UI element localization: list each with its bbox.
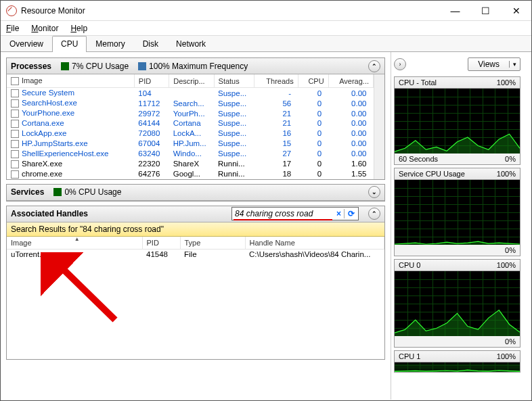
- close-button[interactable]: ✕: [501, 1, 531, 21]
- handle-name: C:\Users\shash\Videos\84 Charin...: [245, 249, 384, 259]
- tab-disk[interactable]: Disk: [134, 36, 167, 51]
- col-pid[interactable]: PID: [134, 74, 169, 88]
- titlebar: Resource Monitor — ☐ ✕: [1, 1, 531, 21]
- graph-cpu0: CPU 0100% 0%: [394, 259, 520, 348]
- hcol-name[interactable]: Handle Name: [245, 237, 384, 250]
- tab-network[interactable]: Network: [167, 36, 215, 51]
- handle-pid: 41548: [142, 249, 180, 259]
- services-header[interactable]: Services 0% CPU Usage ⌄: [7, 185, 384, 201]
- views-label: Views: [468, 60, 509, 69]
- col-threads[interactable]: Threads: [254, 74, 298, 88]
- services-panel: Services 0% CPU Usage ⌄: [6, 184, 385, 202]
- clear-search-icon[interactable]: ×: [334, 209, 344, 218]
- collapse-processes-button[interactable]: ⌃: [368, 60, 380, 72]
- table-row[interactable]: HP.JumpStarts.exe67004HP.Jum...Suspe...1…: [7, 139, 374, 149]
- processes-table: Image PID Descrip... Status Threads CPU …: [7, 74, 374, 179]
- services-cpu-stat: 0% CPU Usage: [53, 187, 121, 197]
- graph-service-cpu: Service CPU Usage100% 0%: [394, 168, 520, 256]
- menubar: File Monitor Help: [1, 21, 531, 36]
- tab-cpu[interactable]: CPU: [52, 36, 87, 52]
- expand-services-button[interactable]: ⌄: [368, 186, 380, 198]
- search-results-bar: Search Results for "84 charing cross roa…: [7, 222, 384, 237]
- table-row[interactable]: uTorrent.exe 41548 File C:\Users\shash\V…: [7, 249, 384, 259]
- views-button[interactable]: Views ▾: [468, 57, 520, 71]
- menu-file[interactable]: File: [5, 22, 20, 34]
- cpu-usage-stat: 7% CPU Usage: [61, 62, 129, 71]
- app-icon: [6, 5, 17, 16]
- table-row[interactable]: Secure System104Suspe...-00.00: [7, 88, 374, 98]
- collapse-right-button[interactable]: ›: [394, 58, 406, 70]
- table-row[interactable]: ShareX.exe22320ShareXRunni...1701.60: [7, 159, 374, 169]
- table-row[interactable]: ShellExperienceHost.exe63240Windo...Susp…: [7, 149, 374, 159]
- processes-scrollbar[interactable]: [374, 74, 384, 179]
- minimize-button[interactable]: —: [440, 1, 470, 21]
- handles-panel: Associated Handles × ⟳ ⌃ Search Results …: [6, 206, 385, 360]
- col-avg[interactable]: Averag...: [328, 74, 373, 88]
- handles-search: × ⟳: [231, 207, 359, 220]
- handle-image: uTorrent.exe: [7, 249, 142, 259]
- table-row[interactable]: YourPhone.exe29972YourPh...Suspe...2100.…: [7, 108, 374, 118]
- handles-table: Image▲ PID Type Handle Name uTorrent.exe…: [7, 237, 384, 259]
- graph-cpu1: CPU 1100%: [394, 350, 520, 373]
- max-freq-stat: 100% Maximum Frequency: [138, 62, 248, 71]
- handle-type: File: [180, 249, 245, 259]
- col-cpu[interactable]: CPU: [298, 74, 328, 88]
- table-row[interactable]: Cortana.exe64144CortanaSuspe...2100.00: [7, 118, 374, 128]
- processes-title: Processes: [11, 62, 51, 71]
- col-status[interactable]: Status: [214, 74, 254, 88]
- col-desc[interactable]: Descrip...: [169, 74, 214, 88]
- tabbar: Overview CPU Memory Disk Network: [1, 36, 531, 52]
- menu-monitor[interactable]: Monitor: [30, 22, 60, 34]
- search-refresh-icon[interactable]: ⟳: [344, 209, 358, 218]
- processes-panel: Processes 7% CPU Usage 100% Maximum Freq…: [6, 57, 385, 180]
- graph-cpu-total: CPU - Total100% 60 Seconds0%: [394, 76, 520, 165]
- menu-help[interactable]: Help: [69, 22, 89, 34]
- window-title: Resource Monitor: [21, 6, 440, 16]
- maximize-button[interactable]: ☐: [470, 1, 501, 21]
- table-row[interactable]: chrome.exe64276Googl...Runni...1801.55: [7, 169, 374, 179]
- collapse-handles-button[interactable]: ⌃: [368, 208, 380, 220]
- services-title: Services: [11, 187, 44, 197]
- processes-header[interactable]: Processes 7% CPU Usage 100% Maximum Freq…: [7, 58, 384, 74]
- annotation-underline: [234, 219, 332, 220]
- tab-memory[interactable]: Memory: [87, 36, 133, 51]
- tab-overview[interactable]: Overview: [1, 36, 52, 51]
- hcol-image[interactable]: Image▲: [7, 237, 142, 250]
- table-row[interactable]: LockApp.exe72080LockA...Suspe...1600.00: [7, 128, 374, 139]
- hcol-pid[interactable]: PID: [142, 237, 180, 250]
- handles-search-input[interactable]: [232, 209, 334, 218]
- handles-title: Associated Handles: [11, 209, 88, 218]
- hcol-type[interactable]: Type: [180, 237, 245, 250]
- col-image[interactable]: Image: [7, 74, 134, 88]
- table-row[interactable]: SearchHost.exe11712Search...Suspe...5600…: [7, 98, 374, 108]
- handles-header[interactable]: Associated Handles × ⟳ ⌃: [7, 206, 384, 222]
- views-dropdown-icon[interactable]: ▾: [509, 61, 520, 68]
